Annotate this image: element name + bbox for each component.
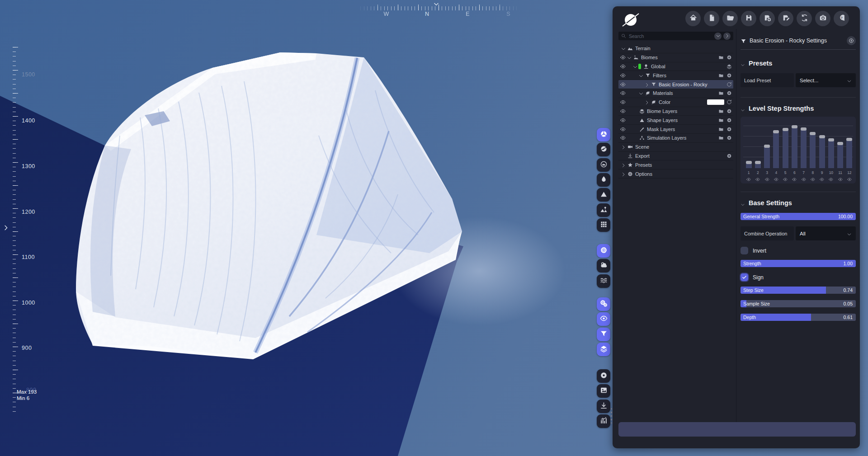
tree-row-biome-layers[interactable]: Biome Layers [618, 107, 733, 116]
panel-splitter[interactable] [736, 29, 736, 430]
left-panel-expand-chevron-icon[interactable] [2, 224, 9, 231]
level-12-handle[interactable] [846, 138, 852, 141]
material-color-swatch[interactable] [707, 99, 724, 105]
level-10-bar[interactable] [828, 138, 834, 168]
panel-drag-handle[interactable] [611, 408, 612, 423]
plus-icon[interactable] [726, 153, 732, 159]
visibility-eye-icon[interactable] [619, 108, 626, 114]
folder-icon[interactable] [717, 118, 724, 123]
visibility-button[interactable] [597, 312, 610, 326]
chevron-right-icon[interactable] [644, 82, 650, 87]
sync-project-button[interactable] [797, 11, 812, 26]
tree-row-presets[interactable]: Presets [618, 160, 733, 169]
level-2-eye-toggle[interactable] [753, 177, 762, 182]
base-settings-section-header[interactable]: Base Settings [741, 199, 856, 207]
sync-icon[interactable] [726, 99, 732, 105]
level-4-eye-toggle[interactable] [772, 177, 781, 182]
help-button[interactable]: ? [834, 11, 849, 26]
view-mode-wheel-button[interactable] [597, 128, 610, 141]
sample-size-slider[interactable]: Sample Size0.05 [741, 300, 856, 307]
save-button[interactable] [741, 11, 756, 26]
export-heightmap-button[interactable] [597, 400, 610, 413]
chevron-down-icon[interactable] [632, 64, 638, 69]
screenshot-button[interactable] [815, 11, 830, 26]
level-5-eye-toggle[interactable] [781, 177, 790, 182]
search-input[interactable] [629, 33, 692, 39]
level-5-bar[interactable] [783, 128, 788, 168]
level-2-handle[interactable] [755, 161, 761, 164]
level-10-handle[interactable] [828, 138, 834, 141]
processing-button[interactable] [597, 297, 610, 311]
level-1-bar[interactable] [746, 161, 752, 168]
folder-icon[interactable] [717, 73, 724, 78]
level-6-eye-toggle[interactable] [790, 177, 799, 182]
save-as-button[interactable] [760, 11, 775, 26]
tree-row-shape-layers[interactable]: Shape Layers [618, 116, 733, 125]
level-11-eye-toggle[interactable] [836, 177, 845, 182]
layers-icon[interactable] [726, 64, 732, 69]
visibility-eye-icon[interactable] [619, 99, 626, 105]
visibility-eye-icon[interactable] [619, 127, 626, 132]
level-5-handle[interactable] [783, 128, 788, 131]
level-7-bar[interactable] [801, 127, 807, 168]
folder-icon[interactable] [717, 108, 724, 114]
weather-button[interactable] [597, 259, 610, 273]
level-7-eye-toggle[interactable] [799, 177, 808, 182]
water-button[interactable] [597, 274, 610, 288]
expand-all-button[interactable] [723, 33, 731, 40]
render-settings-button[interactable] [597, 244, 610, 258]
view-mode-water-button[interactable] [597, 173, 610, 187]
strength-slider[interactable]: Strength1.00 [741, 260, 856, 267]
tree-row-export[interactable]: Export [618, 152, 733, 161]
view-mode-mountain-button[interactable] [597, 188, 610, 202]
collapse-all-button[interactable] [714, 33, 722, 40]
filters-button[interactable] [597, 328, 610, 341]
plus-icon[interactable] [726, 118, 732, 123]
level-12-bar[interactable] [846, 138, 852, 168]
sign-checkbox[interactable] [741, 273, 748, 281]
tree-row-basic-erosion[interactable]: Basic Erosion - Rocky [618, 80, 733, 89]
plus-icon[interactable] [726, 90, 732, 96]
level-6-bar[interactable] [792, 125, 797, 168]
level-step-strengths-chart[interactable]: 123456789101112 [741, 117, 856, 183]
level-6-handle[interactable] [792, 125, 797, 128]
tree-row-terrain[interactable]: Terrain [618, 44, 733, 53]
tree-row-mask-layers[interactable]: Mask Layers [618, 125, 733, 134]
color-swatch[interactable] [638, 64, 641, 69]
tree-row-global[interactable]: Global [618, 62, 733, 71]
search-box[interactable] [618, 32, 733, 40]
view-mode-planet-button[interactable] [597, 143, 610, 156]
level-4-bar[interactable] [773, 130, 779, 168]
level-1-handle[interactable] [746, 161, 752, 164]
tree-row-simulation-layers[interactable]: Simulation Layers [618, 134, 733, 143]
step-size-slider[interactable]: Step Size0.74 [741, 287, 856, 294]
tree-row-color[interactable]: Color [618, 98, 733, 107]
folder-icon[interactable] [717, 127, 724, 132]
view-mode-biome-button[interactable] [597, 203, 610, 217]
level-1-eye-toggle[interactable] [744, 177, 753, 182]
plus-icon[interactable] [726, 73, 732, 78]
folder-icon[interactable] [717, 90, 724, 96]
presets-section-header[interactable]: Presets [741, 60, 856, 67]
visibility-eye-icon[interactable] [619, 82, 626, 87]
visibility-eye-icon[interactable] [619, 118, 626, 123]
chevron-right-icon[interactable] [620, 163, 627, 167]
record-button[interactable] [597, 369, 610, 383]
statistics-button[interactable] [597, 414, 610, 428]
settings-info-button[interactable] [847, 36, 856, 45]
invert-checkbox[interactable] [741, 247, 748, 254]
chevron-down-icon[interactable] [626, 55, 632, 60]
view-mode-ring-mountain-button[interactable] [597, 158, 610, 172]
plus-icon[interactable] [726, 108, 732, 114]
chevron-down-icon[interactable] [620, 46, 627, 51]
level-8-handle[interactable] [810, 132, 816, 135]
chevron-right-icon[interactable] [644, 100, 650, 104]
tree-row-filters[interactable]: Filters [618, 71, 733, 80]
combine-operation-dropdown[interactable]: All [796, 226, 856, 240]
folder-icon[interactable] [717, 135, 724, 141]
level-12-eye-toggle[interactable] [845, 177, 854, 182]
tree-row-options[interactable]: Options [618, 169, 733, 179]
home-button[interactable] [685, 11, 701, 26]
level-3-eye-toggle[interactable] [763, 177, 772, 182]
level-9-eye-toggle[interactable] [817, 177, 826, 182]
